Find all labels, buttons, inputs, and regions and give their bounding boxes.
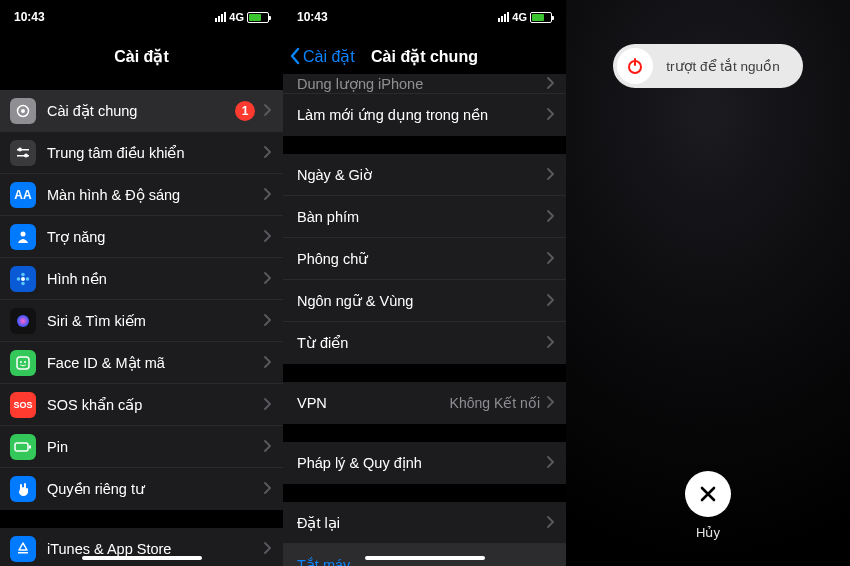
row-label: Cài đặt chung bbox=[47, 103, 235, 119]
svg-point-10 bbox=[21, 281, 25, 285]
sos-icon: SOS bbox=[10, 392, 36, 418]
svg-point-9 bbox=[26, 277, 30, 281]
page-title: Cài đặt chung bbox=[371, 47, 478, 66]
row-label: Quyền riêng tư bbox=[47, 481, 263, 497]
aa-icon: AA bbox=[10, 182, 36, 208]
battery-icon bbox=[247, 12, 269, 23]
cancel-label: Hủy bbox=[696, 525, 720, 540]
svg-point-15 bbox=[24, 361, 26, 363]
settings-row[interactable]: Làm mới ứng dụng trong nền bbox=[283, 94, 566, 136]
row-label: Pin bbox=[47, 439, 263, 455]
signal-icon bbox=[498, 12, 509, 22]
settings-row[interactable]: Bàn phím bbox=[283, 196, 566, 238]
back-label: Cài đặt bbox=[303, 47, 355, 66]
page-title: Cài đặt bbox=[114, 47, 168, 66]
row-label: iTunes & App Store bbox=[47, 541, 263, 557]
chevron-right-icon bbox=[263, 355, 271, 371]
row-label: Dung lượng iPhone bbox=[297, 76, 546, 92]
chevron-right-icon bbox=[546, 209, 554, 225]
row-label: Đặt lại bbox=[297, 515, 546, 531]
chevron-right-icon bbox=[546, 395, 554, 411]
siri-icon bbox=[10, 308, 36, 334]
chevron-right-icon bbox=[263, 481, 271, 497]
svg-point-14 bbox=[20, 361, 22, 363]
chevron-right-icon bbox=[263, 313, 271, 329]
gear-icon bbox=[10, 98, 36, 124]
slide-label: trượt để tắt nguồn bbox=[653, 58, 803, 74]
settings-row[interactable]: AAMàn hình & Độ sáng bbox=[0, 174, 283, 216]
home-indicator[interactable] bbox=[82, 556, 202, 560]
signal-icon bbox=[215, 12, 226, 22]
chevron-right-icon bbox=[546, 76, 554, 92]
settings-row[interactable]: Cài đặt chung1 bbox=[0, 90, 283, 132]
sliders-icon bbox=[10, 140, 36, 166]
battery-icon bbox=[530, 12, 552, 23]
settings-row[interactable]: Trợ năng bbox=[0, 216, 283, 258]
battery-icon bbox=[10, 434, 36, 460]
network-label: 4G bbox=[512, 11, 527, 23]
chevron-right-icon bbox=[263, 541, 271, 557]
settings-row[interactable]: Quyền riêng tư bbox=[0, 468, 283, 510]
svg-rect-17 bbox=[29, 445, 31, 448]
row-label: Bàn phím bbox=[297, 209, 546, 225]
chevron-right-icon bbox=[263, 145, 271, 161]
row-value: Không Kết nối bbox=[450, 395, 540, 411]
settings-row[interactable]: Dung lượng iPhone bbox=[283, 74, 566, 94]
row-label: Từ điển bbox=[297, 335, 546, 351]
chevron-right-icon bbox=[546, 167, 554, 183]
settings-row[interactable]: Phông chữ bbox=[283, 238, 566, 280]
power-off-pane: trượt để tắt nguồn Hủy bbox=[566, 0, 850, 566]
status-bar: 10:43 4G bbox=[283, 0, 566, 34]
face-icon bbox=[10, 350, 36, 376]
settings-row[interactable]: Ngôn ngữ & Vùng bbox=[283, 280, 566, 322]
nav-bar: Cài đặt Cài đặt chung bbox=[283, 34, 566, 78]
power-knob[interactable] bbox=[617, 48, 653, 84]
settings-row[interactable]: Hình nền bbox=[0, 258, 283, 300]
svg-point-6 bbox=[21, 231, 26, 236]
chevron-right-icon bbox=[546, 515, 554, 531]
settings-row[interactable]: VPNKhông Kết nối bbox=[283, 382, 566, 424]
row-label: Pháp lý & Quy định bbox=[297, 455, 546, 471]
cancel-button[interactable] bbox=[685, 471, 731, 517]
settings-row[interactable]: Đặt lại bbox=[283, 502, 566, 544]
row-label: Face ID & Mật mã bbox=[47, 355, 263, 371]
status-time: 10:43 bbox=[14, 10, 45, 24]
row-label: SOS khẩn cấp bbox=[47, 397, 263, 413]
svg-point-11 bbox=[17, 277, 21, 281]
chevron-right-icon bbox=[546, 107, 554, 123]
settings-row[interactable]: iTunes & App Store bbox=[0, 528, 283, 566]
svg-point-8 bbox=[21, 272, 25, 276]
settings-row[interactable]: Từ điển bbox=[283, 322, 566, 364]
settings-row[interactable]: Pin bbox=[0, 426, 283, 468]
row-label: Màn hình & Độ sáng bbox=[47, 187, 263, 203]
svg-rect-16 bbox=[15, 443, 28, 451]
settings-row[interactable]: Ngày & Giờ bbox=[283, 154, 566, 196]
row-label: Làm mới ứng dụng trong nền bbox=[297, 107, 546, 123]
chevron-right-icon bbox=[263, 397, 271, 413]
chevron-right-icon bbox=[263, 187, 271, 203]
person-icon bbox=[10, 224, 36, 250]
slide-to-power-off[interactable]: trượt để tắt nguồn bbox=[613, 44, 803, 88]
nav-bar: Cài đặt bbox=[0, 34, 283, 78]
svg-point-12 bbox=[17, 315, 29, 327]
svg-rect-24 bbox=[634, 58, 636, 66]
close-icon bbox=[698, 484, 718, 504]
back-button[interactable]: Cài đặt bbox=[289, 34, 355, 78]
settings-row[interactable]: Pháp lý & Quy định bbox=[283, 442, 566, 484]
settings-row[interactable]: Face ID & Mật mã bbox=[0, 342, 283, 384]
settings-row[interactable]: Tắt máy bbox=[283, 544, 566, 566]
row-label: VPN bbox=[297, 395, 450, 411]
settings-row[interactable]: Trung tâm điều khiển bbox=[0, 132, 283, 174]
status-time: 10:43 bbox=[297, 10, 328, 24]
chevron-left-icon bbox=[289, 47, 301, 65]
settings-row[interactable]: SOSSOS khẩn cấp bbox=[0, 384, 283, 426]
chevron-right-icon bbox=[263, 439, 271, 455]
row-label: Phông chữ bbox=[297, 251, 546, 267]
row-label: Siri & Tìm kiếm bbox=[47, 313, 263, 329]
settings-root-pane: 10:43 4G Cài đặt Cài đặt chung1Trung tâm… bbox=[0, 0, 283, 566]
power-icon bbox=[625, 56, 645, 76]
svg-point-4 bbox=[18, 147, 22, 151]
chevron-right-icon bbox=[546, 455, 554, 471]
settings-row[interactable]: Siri & Tìm kiếm bbox=[0, 300, 283, 342]
home-indicator[interactable] bbox=[365, 556, 485, 560]
